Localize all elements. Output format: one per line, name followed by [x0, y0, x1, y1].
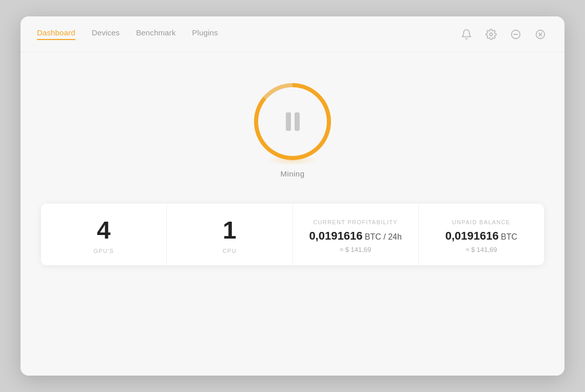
- stats-row: 4 GPU'S 1 CPU CURRENT PROFITABILITY 0,01…: [41, 204, 544, 265]
- stat-card-profitability: CURRENT PROFITABILITY 0,0191616 BTC / 24…: [293, 204, 419, 265]
- balance-value: 0,0191616 BTC: [445, 229, 517, 243]
- profitability-value: 0,0191616 BTC / 24h: [309, 229, 401, 243]
- pause-bar-left: [286, 112, 291, 131]
- balance-sub: ≈ $ 141,69: [465, 246, 497, 253]
- mining-label: Mining: [281, 169, 305, 178]
- profitability-sub: ≈ $ 141,69: [340, 246, 371, 253]
- profitability-label: CURRENT PROFITABILITY: [313, 219, 398, 225]
- stat-card-balance: UNPAID BALANCE 0,0191616 BTC ≈ $ 141,69: [419, 204, 544, 265]
- mining-section: Mining: [254, 83, 331, 178]
- nav-left: Dashboard Devices Benchmark Plugins: [37, 28, 218, 40]
- mining-button[interactable]: [254, 83, 331, 160]
- nav-item-benchmark[interactable]: Benchmark: [136, 28, 176, 40]
- nav-right: [459, 27, 548, 42]
- nav-item-dashboard[interactable]: Dashboard: [37, 28, 75, 40]
- nav-item-devices[interactable]: Devices: [92, 28, 120, 40]
- svg-point-0: [490, 33, 493, 36]
- gpus-unit: GPU'S: [93, 248, 114, 254]
- settings-icon[interactable]: [483, 27, 499, 42]
- gpus-number: 4: [97, 218, 111, 243]
- close-icon[interactable]: [533, 27, 548, 42]
- app-window: Dashboard Devices Benchmark Plugins: [21, 16, 564, 376]
- pause-icon: [286, 112, 300, 131]
- stat-card-gpus: 4 GPU'S: [41, 204, 167, 265]
- cpu-unit: CPU: [223, 248, 237, 254]
- nav-item-plugins[interactable]: Plugins: [192, 28, 218, 40]
- stat-card-cpu: 1 CPU: [167, 204, 292, 265]
- notification-icon[interactable]: [459, 27, 474, 42]
- pause-bar-right: [295, 112, 300, 131]
- cpu-number: 1: [223, 218, 237, 243]
- main-content: Mining 4 GPU'S 1 CPU CURRENT PROFITABILI…: [21, 52, 564, 376]
- balance-label: UNPAID BALANCE: [452, 219, 511, 225]
- minimize-icon[interactable]: [508, 27, 523, 42]
- nav-bar: Dashboard Devices Benchmark Plugins: [21, 16, 564, 52]
